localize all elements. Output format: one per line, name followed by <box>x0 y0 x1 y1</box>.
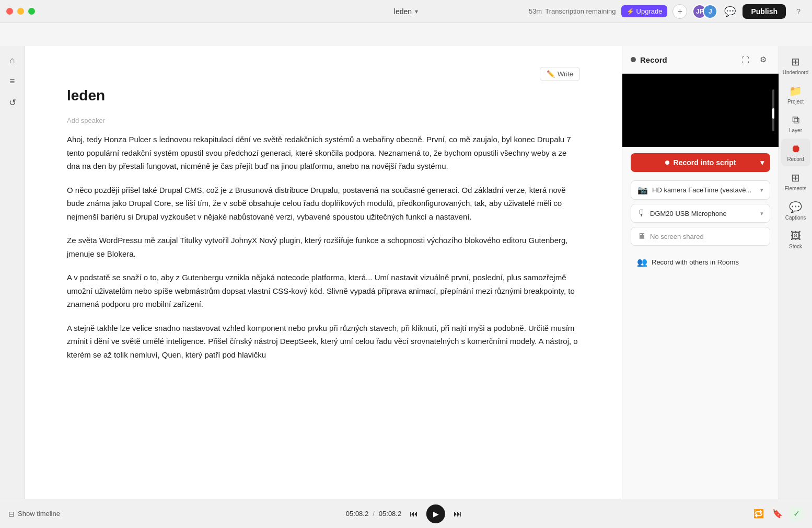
show-timeline-button[interactable]: ⊟ Show timeline <box>8 510 60 518</box>
rec-dot-icon <box>665 160 669 165</box>
close-button[interactable] <box>6 8 13 15</box>
sidebar-item-layer[interactable]: ⧉ Layer <box>781 110 810 137</box>
screen-label: No screen shared <box>650 233 763 240</box>
camera-label: HD kamera FaceTime (vestavě... <box>652 186 756 194</box>
underloord-label: Underloord <box>783 70 808 75</box>
captions-icon: 💬 <box>789 201 802 213</box>
record-others-label: Record with others in Rooms <box>652 258 739 266</box>
record-indicator <box>631 57 636 62</box>
right-sidebar: ⊞ Underloord 📁 Project ⧉ Layer ⏺ Record … <box>779 46 812 499</box>
chevron-down-icon[interactable]: ▾ <box>415 8 418 15</box>
menu-button[interactable]: ≡ <box>3 72 22 91</box>
transcription-label: Transcription remaining <box>545 7 616 15</box>
home-button[interactable]: ⌂ <box>3 51 22 70</box>
comment-button[interactable]: 💬 <box>723 4 737 19</box>
titlebar-center: leden ▾ <box>394 7 418 16</box>
paragraph-5: A stejně takhle lze velice snadno nastav… <box>67 322 580 362</box>
panel-header: Record ⛶ ⚙ <box>622 46 779 74</box>
time-separator: / <box>373 510 375 518</box>
sidebar-item-record[interactable]: ⏺ Record <box>781 139 810 166</box>
record-script-label: Record into script <box>674 158 736 167</box>
stock-icon: 🖼 <box>791 230 801 242</box>
settings-icon[interactable]: ⚙ <box>756 52 770 67</box>
write-button[interactable]: ✏️ Write <box>540 67 580 81</box>
minimize-button[interactable] <box>17 8 24 15</box>
microphone-selector[interactable]: 🎙 DGM20 USB Microphone ▾ <box>631 204 770 223</box>
help-button[interactable]: ? <box>791 4 806 19</box>
record-others-button[interactable]: 👥 Record with others in Rooms <box>631 252 770 272</box>
mic-label: DGM20 USB Microphone <box>650 210 756 217</box>
panel-icons: ⛶ ⚙ <box>738 52 770 67</box>
pen-icon: ✏️ <box>547 70 555 78</box>
screen-share-off-icon: 🖥 <box>637 232 646 241</box>
document-heading: leden <box>67 87 580 104</box>
camera-icon: 📷 <box>637 185 648 195</box>
publish-button[interactable]: Publish <box>743 4 786 19</box>
document-area[interactable]: ✏️ Write leden Add speaker Ahoj, tedy Ho… <box>25 46 622 499</box>
write-label: Write <box>558 70 573 78</box>
mic-chevron-icon: ▾ <box>760 210 763 217</box>
record-icon: ⏺ <box>791 143 801 155</box>
rooms-icon: 👥 <box>637 257 647 267</box>
sidebar-item-stock[interactable]: 🖼 Stock <box>781 226 810 254</box>
chevron-down-icon: ▾ <box>760 158 764 167</box>
maximize-button[interactable] <box>28 8 35 15</box>
captions-label: Captions <box>785 215 806 221</box>
left-sidebar: ⌂ ≡ ↺ <box>0 46 25 499</box>
camera-selector[interactable]: 📷 HD kamera FaceTime (vestavě... ▾ <box>631 180 770 200</box>
sidebar-item-project[interactable]: 📁 Project <box>781 81 810 109</box>
player-controls: 05:08.2 / 05:08.2 ⏮ ▶ ⏭ <box>346 504 466 523</box>
add-collaborator-button[interactable]: + <box>672 4 687 19</box>
paragraph-2: O něco později přišel také Drupal CMS, c… <box>67 183 580 224</box>
bookmark-button[interactable]: 🔖 <box>770 507 785 521</box>
video-preview <box>622 74 779 147</box>
record-panel: Record ⛶ ⚙ Record into script ▾ 📷 HD kam… <box>622 46 779 499</box>
total-time: 05:08.2 <box>379 510 401 518</box>
loop-button[interactable]: 🔁 <box>751 507 766 521</box>
paragraph-3: Ze světa WordPressu mě zaujal Titulky vy… <box>67 234 580 260</box>
elements-label: Elements <box>785 186 807 191</box>
lightning-icon: ⚡ <box>627 8 634 15</box>
sidebar-item-underloord[interactable]: ⊞ Underloord <box>781 51 810 79</box>
play-pause-button[interactable]: ▶ <box>426 504 445 523</box>
stock-label: Stock <box>789 244 802 249</box>
bottom-right: 🔁 🔖 ✓ <box>751 507 804 521</box>
paragraph-4: A v podstatě se snaží o to, aby z Gutenb… <box>67 271 580 311</box>
transcription-time: 53m <box>529 7 542 15</box>
current-time: 05:08.2 <box>346 510 368 518</box>
screen-share-icon[interactable]: ⛶ <box>738 52 752 67</box>
project-label: Project <box>787 99 804 105</box>
layer-label: Layer <box>789 128 802 133</box>
panel-title: Record <box>640 55 667 64</box>
panel-title-row: Record <box>631 55 667 64</box>
record-label: Record <box>787 156 804 162</box>
timeline-icon: ⊟ <box>8 510 15 518</box>
sidebar-item-elements[interactable]: ⊞ Elements <box>781 167 810 196</box>
titlebar: leden ▾ 53m Transcription remaining ⚡ Up… <box>0 0 812 23</box>
upgrade-button[interactable]: ⚡ Upgrade <box>621 5 668 17</box>
record-into-script-button[interactable]: Record into script ▾ <box>631 153 770 172</box>
screen-selector[interactable]: 🖥 No screen shared <box>631 227 770 246</box>
add-speaker[interactable]: Add speaker <box>67 117 580 124</box>
main-layout: ⌂ ≡ ↺ ✏️ Write leden Add speaker Ahoj, t… <box>0 46 812 499</box>
scrubber-handle <box>772 108 774 119</box>
transcription-info: 53m Transcription remaining <box>529 7 616 15</box>
show-timeline-label: Show timeline <box>18 510 60 518</box>
elements-icon: ⊞ <box>791 171 800 184</box>
underloord-icon: ⊞ <box>791 55 800 68</box>
titlebar-right: 53m Transcription remaining ⚡ Upgrade + … <box>529 4 806 19</box>
skip-forward-button[interactable]: ⏭ <box>449 506 466 522</box>
avatar-j: J <box>703 4 717 19</box>
history-button[interactable]: ↺ <box>3 93 22 112</box>
layer-icon: ⧉ <box>792 114 799 126</box>
video-scrubber[interactable] <box>772 89 774 131</box>
skip-back-button[interactable]: ⏮ <box>405 506 422 522</box>
paragraph-1: Ahoj, tedy Honza Pulcer s lednovou rekap… <box>67 133 580 173</box>
sidebar-item-captions[interactable]: 💬 Captions <box>781 197 810 225</box>
upgrade-label: Upgrade <box>636 7 663 15</box>
document-title: leden <box>394 7 412 16</box>
camera-chevron-icon: ▾ <box>760 187 763 193</box>
status-check-button[interactable]: ✓ <box>789 507 804 521</box>
microphone-icon: 🎙 <box>637 209 646 218</box>
traffic-lights <box>6 8 35 15</box>
